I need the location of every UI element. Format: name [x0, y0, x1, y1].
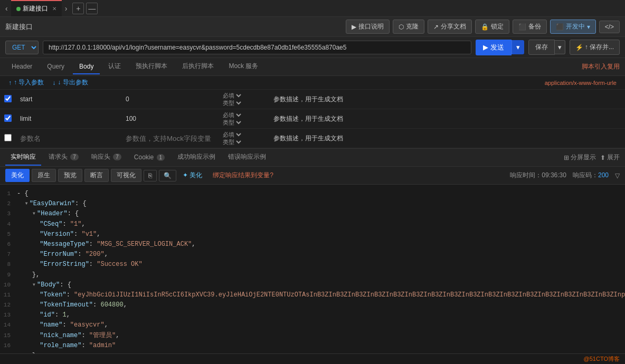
line-number: 3: [0, 209, 17, 219]
code-line: 15 "nick_name": "管理员",: [0, 331, 625, 341]
green-status-dot: [16, 7, 21, 11]
save-button[interactable]: 保存: [528, 40, 555, 55]
resp-filter-icon[interactable]: ▽: [615, 172, 620, 179]
param-value-input-3[interactable]: [126, 135, 212, 142]
code-line: 16 "role_name": "admin": [0, 341, 625, 351]
import-icon: ↑: [8, 79, 12, 87]
code-line: 7 "ErrorNum": "200",: [0, 250, 625, 260]
tab-minus-button[interactable]: —: [86, 3, 98, 14]
send-icon: ▶: [483, 43, 488, 51]
beautify-view-btn[interactable]: 美化: [5, 169, 30, 182]
line-content: ▾"EasyDarwin": {: [17, 199, 625, 209]
param-required-3[interactable]: 必填: [221, 131, 243, 138]
back-arrow[interactable]: ‹: [2, 4, 11, 13]
line-number: 8: [0, 260, 17, 270]
param-required-2[interactable]: 必填: [221, 111, 243, 119]
param-checkbox-1[interactable]: [4, 95, 12, 102]
line-content: "MessageType": "MSG_SC_SERVER_LOGIN_ACK"…: [17, 240, 625, 250]
table-row: 必填 类型 参数描述，用于生成文档: [0, 129, 625, 148]
table-row: limit 100 必填 类型 参数描述，用于生成文档: [0, 109, 625, 129]
code-line: 12 "TokenTimeout": 604800,: [0, 300, 625, 310]
line-number: 9: [0, 270, 17, 280]
search-btn[interactable]: 🔍: [159, 170, 176, 181]
resp-right-info: 响应时间：09:36:30 响应码：200 ▽: [510, 171, 620, 180]
top-tab-bar: ‹ 新建接口 ✕ › + —: [0, 0, 625, 17]
resp-tab-success-example[interactable]: 成功响应示例: [172, 149, 221, 166]
clone-button[interactable]: ⬡ 克隆: [393, 20, 424, 34]
visual-view-btn[interactable]: 可视化: [111, 169, 141, 182]
toolbar: 新建接口 ▶ 接口说明 ⬡ 克隆 ↗ 分享文档 🔒 锁定 ⬛ 备份 ⬛ 开发中 …: [0, 17, 625, 37]
script-import-link[interactable]: 脚本引入复用: [582, 62, 620, 71]
forward-arrow[interactable]: ›: [62, 4, 71, 13]
resp-tabs-bar: 实时响应 请求头 7 响应头 7 Cookie 1 成功响应示例 错误响应示例 …: [0, 149, 625, 167]
param-desc-3: 参数描述，用于生成文档: [269, 129, 625, 148]
tab-mock[interactable]: Mock 服务: [222, 59, 264, 75]
resp-tab-req-headers[interactable]: 请求头 7: [43, 149, 84, 166]
interface-desc-button[interactable]: ▶ 接口说明: [346, 20, 390, 34]
tab-post-script[interactable]: 后执行脚本: [176, 59, 220, 75]
line-number: 7: [0, 250, 17, 260]
tab-add-button[interactable]: +: [72, 3, 84, 14]
method-select[interactable]: GET: [5, 41, 39, 54]
param-required-1[interactable]: 必填: [221, 92, 243, 99]
import-params-btn[interactable]: ↑ ↑ 导入参数: [8, 78, 44, 87]
resp-tab-cookie[interactable]: Cookie 1: [129, 150, 170, 165]
backup-button[interactable]: ⬛ 备份: [513, 20, 547, 34]
url-input[interactable]: [43, 41, 471, 54]
param-type-1[interactable]: 类型: [221, 99, 243, 107]
param-name-1: start: [16, 90, 121, 109]
code-button[interactable]: </>: [599, 21, 620, 33]
tab-close-icon[interactable]: ✕: [52, 6, 56, 12]
param-desc-2: 参数描述，用于生成文档: [269, 109, 625, 129]
raw-view-btn[interactable]: 原生: [32, 169, 56, 182]
resp-tab-resp-headers[interactable]: 响应头 7: [86, 149, 127, 166]
footer-bar: @51CTO博客: [0, 353, 625, 364]
tab-header[interactable]: Header: [5, 60, 39, 74]
split-display-btn[interactable]: ⊞ 分屏显示: [564, 153, 596, 162]
code-line: 10 ▾"Body": {: [0, 280, 625, 290]
tab-new-interface[interactable]: 新建接口 ✕: [11, 0, 62, 16]
param-checkbox-3[interactable]: [4, 134, 12, 141]
params-area: ↑ ↑ 导入参数 ↓ ↓ 导出参数 application/x-www-form…: [0, 76, 625, 148]
code-area: 1- {2 ▾"EasyDarwin": {3 ▾"Header": {4 "C…: [0, 185, 625, 353]
dev-status-button[interactable]: ⬛ 开发中 ▾: [550, 20, 596, 34]
tab-pre-script[interactable]: 预执行脚本: [129, 59, 174, 75]
auto-beautify-btn[interactable]: ✦ 美化: [178, 169, 206, 181]
code-line: 13 "id": 1,: [0, 310, 625, 320]
save-dropdown-button[interactable]: ▾: [555, 40, 565, 54]
preview-view-btn[interactable]: 预览: [58, 169, 82, 182]
tab-query[interactable]: Query: [41, 60, 71, 74]
param-type-3[interactable]: 类型: [221, 138, 243, 146]
dev-chevron-icon: ▾: [587, 23, 590, 31]
line-content: "ErrorString": "Success OK": [17, 260, 625, 270]
resp-tab-error-example[interactable]: 错误响应示例: [223, 149, 271, 166]
expand-btn[interactable]: ⬆ 展开: [600, 153, 620, 162]
save-btn-group: 保存 ▾: [528, 40, 565, 55]
export-params-btn[interactable]: ↓ ↓ 导出参数: [52, 78, 88, 87]
resp-tab-realtime[interactable]: 实时响应: [5, 149, 41, 166]
code-line: 3 ▾"Header": {: [0, 209, 625, 219]
table-row: start 0 必填 类型 参数描述，用于生成文档: [0, 90, 625, 109]
line-number: 6: [0, 240, 17, 250]
assert-view-btn[interactable]: 断言: [84, 169, 109, 182]
bind-var-btn[interactable]: 绑定响应结果到变量?: [209, 169, 278, 181]
dev-icon: ⬛: [556, 23, 564, 31]
line-content: },: [17, 270, 625, 280]
send-dropdown-button[interactable]: ▾: [512, 40, 524, 54]
lock-button[interactable]: 🔒 锁定: [475, 20, 509, 34]
share-doc-button[interactable]: ↗ 分享文档: [428, 20, 472, 34]
code-line: 4 "CSeq": "1",: [0, 219, 625, 229]
param-type-2[interactable]: 类型: [221, 119, 243, 126]
param-name-input-3[interactable]: [20, 135, 117, 142]
line-number: 14: [0, 320, 17, 330]
quick-save-button[interactable]: ⚡ ↑ 保存并...: [570, 40, 620, 55]
line-number: 11: [0, 290, 17, 300]
line-content: "Version": "v1",: [17, 229, 625, 240]
param-value-2: 100: [121, 109, 216, 129]
content-type-label: application/x-www-form-urle: [545, 80, 617, 86]
tab-body[interactable]: Body: [73, 60, 100, 74]
copy-btn[interactable]: ⎘: [144, 170, 157, 181]
tab-auth[interactable]: 认证: [102, 59, 127, 75]
param-checkbox-2[interactable]: [4, 114, 12, 122]
send-button[interactable]: ▶ 发送: [476, 40, 512, 55]
